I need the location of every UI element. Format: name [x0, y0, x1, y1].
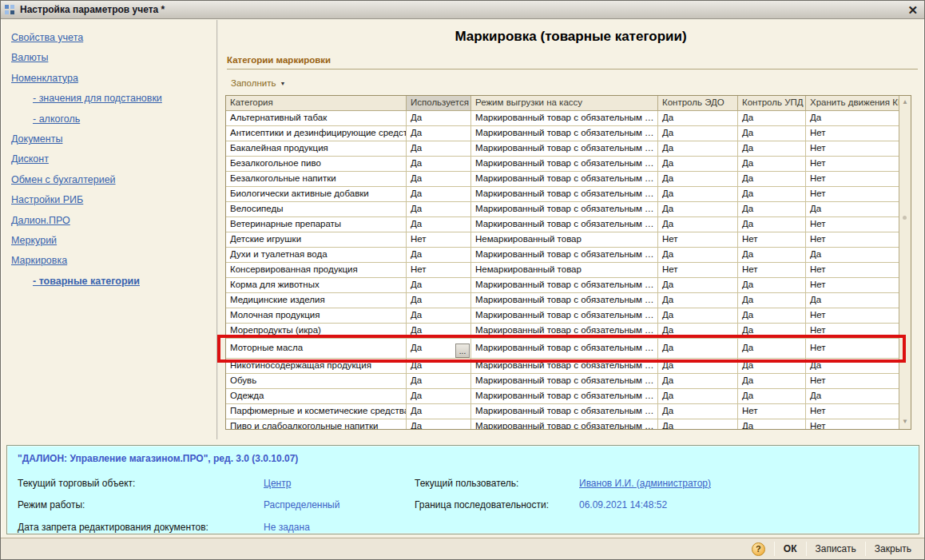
cell-upd[interactable]: Да	[738, 126, 806, 141]
cell-upd[interactable]: Нет	[738, 404, 806, 419]
cell-used[interactable]: Да ...	[407, 141, 471, 156]
cell-category[interactable]: Безалкогольное пиво	[226, 157, 407, 171]
cell-category[interactable]: Обувь	[226, 374, 407, 388]
fill-button[interactable]: Заполнить ▼	[225, 75, 291, 91]
cell-edo[interactable]: Да	[658, 141, 738, 156]
cell-edo[interactable]: Нет	[658, 232, 738, 247]
cell-category[interactable]: Никотиносодержащая продукция	[226, 359, 407, 373]
cell-km[interactable]: Да	[806, 111, 899, 125]
cell-mode[interactable]: Маркированный товар с обязательным …	[471, 359, 658, 373]
sidebar-item[interactable]: Дисконт	[1, 149, 216, 169]
sidebar-link[interactable]: Настройки РИБ	[11, 194, 83, 205]
cell-category[interactable]: Духи и туалетная вода	[226, 248, 407, 262]
cell-upd[interactable]: Да	[738, 157, 806, 171]
table-row[interactable]: Велосипеды Да ... Маркированный товар с …	[226, 202, 899, 217]
sidebar-link[interactable]: Номенклатура	[11, 73, 78, 84]
cell-mode[interactable]: Маркированный товар с обязательным …	[471, 404, 658, 419]
close-button[interactable]: Закрыть	[867, 540, 919, 558]
cell-km[interactable]: Нет	[806, 278, 899, 292]
cell-km[interactable]: Нет	[806, 324, 899, 338]
scroll-up-icon[interactable]: ▲	[899, 97, 911, 108]
table-row[interactable]: Бакалейная продукция Да ... Маркированны…	[226, 141, 899, 157]
cell-km[interactable]: Нет	[806, 232, 899, 247]
cell-used[interactable]: Да ...	[407, 278, 471, 292]
cell-edo[interactable]: Да	[658, 126, 738, 141]
cell-mode[interactable]: Немаркированный товар	[471, 263, 658, 277]
cell-edo[interactable]: Нет	[658, 263, 738, 277]
cell-category[interactable]: Антисептики и дезинфицирующие средства	[226, 126, 407, 141]
cell-edo[interactable]: Да	[658, 324, 738, 338]
cell-edo[interactable]: Да	[658, 293, 738, 308]
cell-category[interactable]: Пиво и слабоалкогольные напитки	[226, 419, 407, 429]
table-row[interactable]: Биологически активные добавки Да ... Мар…	[226, 187, 899, 202]
table-row[interactable]: Парфюмерные и косметические средства … Д…	[226, 404, 899, 419]
cell-upd[interactable]: Да	[738, 339, 806, 358]
cell-km[interactable]: Нет	[806, 141, 899, 156]
cell-mode[interactable]: Маркированный товар с обязательным …	[471, 172, 658, 186]
cell-upd[interactable]: Да	[738, 217, 806, 232]
sidebar-link[interactable]: Маркировка	[11, 255, 67, 266]
cell-category[interactable]: Бакалейная продукция	[226, 141, 407, 156]
info-field-value[interactable]: Центр	[264, 478, 291, 489]
cell-mode[interactable]: Маркированный товар с обязательным …	[471, 217, 658, 232]
cell-mode[interactable]: Маркированный товар с обязательным …	[471, 374, 658, 388]
table-row[interactable]: Обувь Да ... Маркированный товар с обяза…	[226, 374, 899, 389]
cell-used[interactable]: Да ...	[407, 308, 471, 323]
cell-category[interactable]: Моторные масла	[226, 339, 407, 358]
table-row[interactable]: Безалкогольные напитки Да ... Маркирован…	[226, 172, 899, 187]
cell-upd[interactable]: Да	[738, 374, 806, 388]
table-row[interactable]: Никотиносодержащая продукция Да ... Марк…	[226, 359, 899, 374]
cell-used[interactable]: Да ...	[407, 157, 471, 171]
sidebar-link[interactable]: Обмен с бухгалтерией	[11, 174, 116, 185]
cell-upd[interactable]: Да	[738, 278, 806, 292]
cell-edo[interactable]: Да	[658, 278, 738, 292]
cell-edo[interactable]: Да	[658, 389, 738, 403]
cell-upd[interactable]: Да	[738, 248, 806, 262]
cell-edo[interactable]: Да	[658, 374, 738, 388]
sidebar-link[interactable]: Меркурий	[11, 235, 57, 246]
sidebar-item[interactable]: Маркировка	[1, 250, 216, 270]
cell-upd[interactable]: Да	[738, 324, 806, 338]
cell-upd[interactable]: Да	[738, 172, 806, 186]
cell-mode[interactable]: Немаркированный товар	[471, 232, 658, 247]
cell-used[interactable]: Да ...	[407, 404, 471, 419]
column-header-km[interactable]: Хранить движения КМ	[806, 96, 899, 110]
cell-mode[interactable]: Маркированный товар с обязательным …	[471, 187, 658, 201]
sidebar-link[interactable]: Далион.ПРО	[11, 215, 70, 226]
cell-used[interactable]: Да ...	[407, 187, 471, 201]
sidebar-item[interactable]: Документы	[1, 129, 216, 149]
sidebar-link[interactable]: - алкоголь	[33, 113, 80, 125]
column-header-used[interactable]: Используется	[407, 96, 471, 110]
cell-used[interactable]: Нет ...	[407, 263, 471, 277]
cell-km[interactable]: Нет	[806, 217, 899, 232]
cell-mode[interactable]: Маркированный товар с обязательным …	[471, 308, 658, 323]
cell-category[interactable]: Консервированная продукция	[226, 263, 407, 277]
scroll-down-icon[interactable]: ▼	[899, 416, 911, 427]
cell-upd[interactable]: Да	[738, 111, 806, 125]
table-row[interactable]: Морепродукты (икра) Да ... Маркированный…	[226, 324, 899, 339]
table-row[interactable]: Детские игрушки Нет ... Немаркированный …	[226, 232, 899, 248]
sidebar-link[interactable]: Свойства учета	[11, 32, 83, 43]
cell-mode[interactable]: Маркированный товар с обязательным …	[471, 126, 658, 141]
cell-used[interactable]: Да ...	[407, 202, 471, 216]
cell-used[interactable]: Да ...	[407, 419, 471, 429]
cell-km[interactable]: Нет	[806, 157, 899, 171]
cell-category[interactable]: Одежда	[226, 389, 407, 403]
cell-used[interactable]: Да ...	[407, 111, 471, 125]
sidebar-item[interactable]: Меркурий	[1, 230, 216, 250]
column-header-category[interactable]: Категория	[226, 96, 407, 110]
cell-km[interactable]: Нет	[806, 126, 899, 141]
cell-km[interactable]: Да	[806, 248, 899, 262]
cell-category[interactable]: Велосипеды	[226, 202, 407, 216]
cell-km[interactable]: Нет	[806, 308, 899, 323]
close-icon[interactable]: ✕	[907, 4, 918, 16]
sidebar-item[interactable]: Свойства учета	[1, 27, 216, 47]
cell-mode[interactable]: Маркированный товар с обязательным …	[471, 278, 658, 292]
sidebar-item[interactable]: Номенклатура	[1, 68, 216, 88]
cell-edo[interactable]: Да	[658, 308, 738, 323]
cell-category[interactable]: Детские игрушки	[226, 232, 407, 247]
cell-upd[interactable]: Да	[738, 308, 806, 323]
sidebar-link[interactable]: Документы	[11, 133, 62, 145]
cell-used[interactable]: Да ...	[407, 324, 471, 338]
cell-category[interactable]: Молочная продукция	[226, 308, 407, 323]
